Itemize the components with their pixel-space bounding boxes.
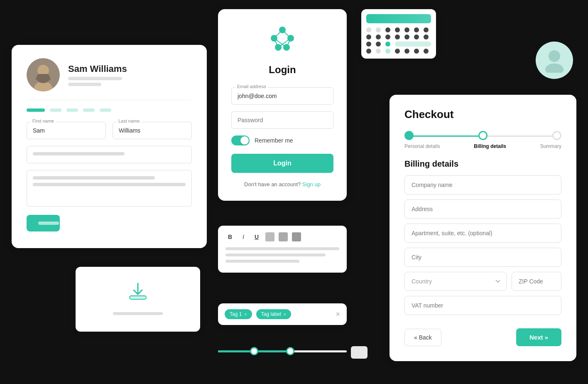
cal-dot <box>376 34 381 39</box>
svg-point-14 <box>549 50 560 62</box>
profile-tab-5[interactable] <box>100 108 111 112</box>
color-picker-2[interactable] <box>279 232 288 241</box>
tag-2-close[interactable]: × <box>284 312 286 317</box>
checkout-title: Checkout <box>404 108 561 121</box>
svg-line-9 <box>282 30 291 38</box>
cal-dot <box>404 27 409 32</box>
download-card <box>76 267 200 332</box>
country-zip-row: Country <box>404 272 561 291</box>
profile-tab-1[interactable] <box>27 108 45 112</box>
slider-thumb-left[interactable] <box>250 347 258 355</box>
last-name-input[interactable] <box>113 122 192 139</box>
country-select[interactable]: Country <box>404 272 507 291</box>
cal-dot <box>414 49 419 54</box>
signup-text: Don't have an account? Sign up <box>231 181 333 187</box>
checkout-actions: « Back Next » <box>404 328 561 346</box>
textarea-placeholder-1 <box>33 176 155 180</box>
cal-dot <box>366 27 371 32</box>
cal-dot <box>366 49 371 54</box>
profile-bar-1 <box>68 77 122 80</box>
tags-clear-button[interactable]: × <box>336 310 340 319</box>
cal-dot <box>424 49 429 54</box>
zip-input[interactable] <box>512 272 561 291</box>
editor-content[interactable] <box>225 247 339 263</box>
slider-thumb-right[interactable] <box>286 347 294 355</box>
cal-dot <box>395 27 400 32</box>
profile-tabs <box>27 108 192 112</box>
avatar <box>27 58 60 91</box>
tag-2-label: Tag label <box>261 311 281 317</box>
slider-end-box <box>351 346 368 359</box>
next-button[interactable]: Next » <box>516 328 561 346</box>
slider-card <box>218 341 347 362</box>
step-1-dot[interactable] <box>404 131 414 140</box>
download-icon[interactable] <box>86 280 190 305</box>
slider-track <box>218 350 347 352</box>
calendar-card <box>361 9 436 59</box>
step-label-3: Summary <box>540 143 561 149</box>
profile-name: Sam Williams <box>68 64 192 74</box>
tag-1-label: Tag 1 <box>230 311 242 317</box>
editor-line <box>225 260 299 263</box>
profile-submit-button[interactable] <box>27 215 60 231</box>
step-3-dot[interactable] <box>552 131 561 140</box>
tag-2[interactable]: Tag label × <box>256 309 291 319</box>
tags-card: Tag 1 × Tag label × × <box>218 303 347 325</box>
bold-button[interactable]: B <box>225 232 235 241</box>
svg-point-15 <box>545 64 564 73</box>
profile-tab-4[interactable] <box>83 108 95 112</box>
login-button[interactable]: Login <box>231 154 333 173</box>
toggle-knob <box>240 136 249 145</box>
color-picker-3[interactable] <box>292 232 301 241</box>
back-button[interactable]: « Back <box>404 329 441 346</box>
profile-textarea[interactable] <box>27 170 192 207</box>
step-2-dot[interactable] <box>478 131 488 140</box>
svg-line-8 <box>274 30 282 38</box>
color-picker-1[interactable] <box>265 232 274 241</box>
email-label: Email address <box>235 84 268 89</box>
signup-link[interactable]: Sign up <box>302 181 321 187</box>
vat-input[interactable] <box>404 296 561 315</box>
first-name-label: First name <box>31 118 56 123</box>
cal-dot <box>376 49 381 54</box>
profile-header: Sam Williams <box>27 58 192 100</box>
tag-1[interactable]: Tag 1 × <box>225 309 252 319</box>
remember-row: Remember me <box>231 135 333 145</box>
cal-dot-today[interactable] <box>385 42 390 47</box>
calendar-header <box>366 14 431 23</box>
profile-field-1 <box>27 146 192 163</box>
cal-dot <box>404 49 409 54</box>
billing-section-title: Billing details <box>404 159 561 169</box>
last-name-label: Last name <box>117 118 141 123</box>
cal-dot <box>366 42 371 47</box>
password-field-group <box>231 111 333 129</box>
first-name-input[interactable] <box>27 122 106 139</box>
company-name-input[interactable] <box>404 175 561 194</box>
step-labels: Personal details Billing details Summary <box>404 143 561 149</box>
checkout-card: Checkout Personal details Billing detail… <box>390 95 576 361</box>
city-input[interactable] <box>404 248 561 267</box>
cal-dot <box>385 34 390 39</box>
name-row: First name Last name <box>27 122 192 139</box>
cal-dot <box>414 27 419 32</box>
email-input[interactable] <box>231 87 333 105</box>
cal-dot <box>395 34 400 39</box>
last-name-group: Last name <box>113 122 192 139</box>
profile-info: Sam Williams <box>68 64 192 86</box>
progress-bar <box>404 131 561 140</box>
italic-button[interactable]: I <box>239 232 248 241</box>
profile-tab-2[interactable] <box>50 108 61 112</box>
address-input[interactable] <box>404 199 561 219</box>
cal-dot <box>414 34 419 39</box>
profile-tab-3[interactable] <box>66 108 78 112</box>
editor-card: B I U <box>218 226 347 273</box>
remember-toggle[interactable] <box>231 135 250 145</box>
password-input[interactable] <box>231 111 333 129</box>
cal-dot <box>376 27 381 32</box>
apartment-input[interactable] <box>404 224 561 243</box>
cal-dot <box>395 49 400 54</box>
tag-1-close[interactable]: × <box>244 312 247 317</box>
textarea-placeholder-2 <box>33 183 186 186</box>
step-dots <box>404 131 561 140</box>
underline-button[interactable]: U <box>252 232 261 241</box>
